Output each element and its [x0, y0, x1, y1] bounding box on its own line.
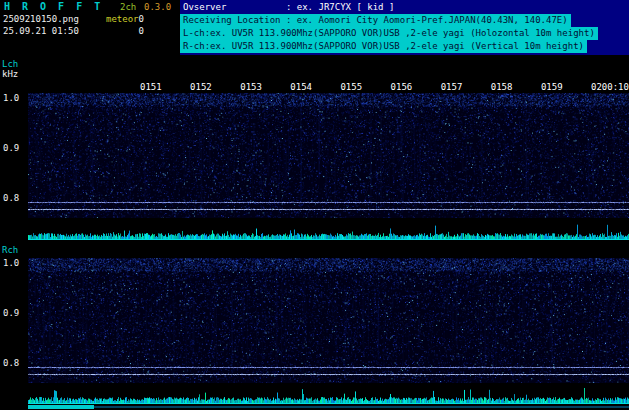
observation-info-panel: Ovserver : ex. JR7CYX [ kid ] Receiving … [180, 0, 629, 55]
freq-tick-label: 1.0 [3, 258, 21, 268]
counter-top: 0 [132, 14, 144, 24]
time-tick-label: 0154 [290, 82, 312, 92]
time-tick-label: 0151 [140, 82, 162, 92]
lch-label: Lch [2, 59, 18, 69]
info-line-lch: L-ch:ex. UV5R 113.900Mhz(SAPPORO VOR)USB… [180, 27, 598, 40]
freq-tick-label: 0.8 [3, 193, 21, 203]
time-tick-label: 0152 [190, 82, 212, 92]
datetime-label: 25.09.21 01:50 [3, 26, 79, 36]
lch-unit-label: kHz [2, 69, 18, 79]
counter-bottom: 0 [132, 26, 144, 36]
time-tick-label: 0200:10 [591, 82, 629, 92]
time-tick-label: 0159 [541, 82, 563, 92]
hrofft-screen: H R O F F T 2ch 0.3.0 2509210150.png met… [0, 0, 629, 410]
rch-spectrogram-canvas [28, 258, 629, 383]
freq-tick-label: 0.9 [3, 143, 21, 153]
time-tick-label: 0156 [391, 82, 413, 92]
version-label: 0.3.0 [144, 2, 171, 12]
freq-tick-label: 0.9 [3, 308, 21, 318]
rch-signal-trace-canvas [28, 383, 629, 405]
info-line-observer: Ovserver : ex. JR7CYX [ kid ] [180, 1, 629, 14]
rch-label: Rch [2, 245, 18, 255]
header-left: H R O F F T 2ch 0.3.0 2509210150.png met… [0, 0, 180, 55]
info-line-location: Receiving Location : ex. Aomori City Aom… [180, 14, 571, 27]
bottom-scale-line [94, 406, 629, 408]
time-tick-label: 0157 [441, 82, 463, 92]
time-tick-label: 0158 [491, 82, 513, 92]
lch-spectrogram-canvas [28, 93, 629, 218]
freq-tick-label: 0.8 [3, 358, 21, 368]
time-axis: 0151 0152 0153 0154 0155 0156 0157 0158 … [140, 82, 629, 92]
lch-signal-trace-canvas [28, 218, 629, 241]
freq-tick-label: 1.0 [3, 93, 21, 103]
app-logo: H R O F F T [4, 1, 103, 12]
time-tick-label: 0155 [340, 82, 362, 92]
output-filename: 2509210150.png [3, 14, 79, 24]
bottom-scale-bar [28, 405, 94, 409]
channel-mode-label: 2ch [120, 2, 136, 12]
time-tick-label: 0153 [240, 82, 262, 92]
info-line-rch: R-ch:ex. UV5R 113.900Mhz(SAPPORO VOR)USB… [180, 40, 587, 53]
